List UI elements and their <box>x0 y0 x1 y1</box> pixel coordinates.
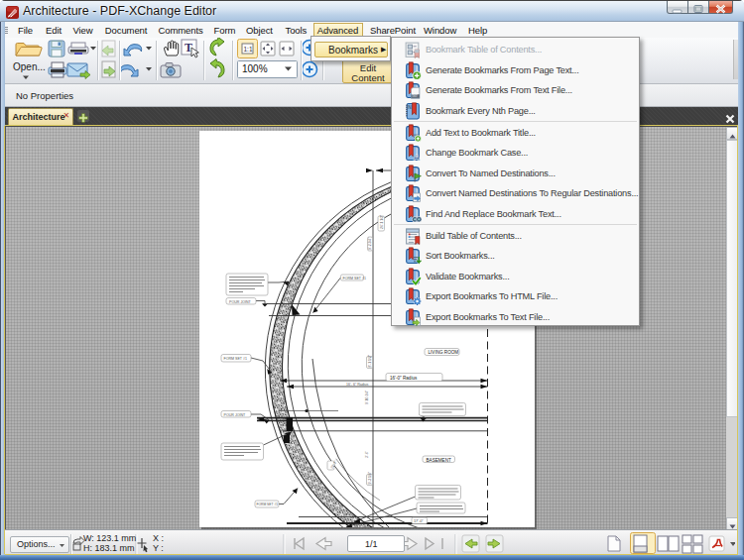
svg-text:POUR JOINT: POUR JOINT <box>224 413 247 417</box>
svg-text:9'-2 3/4": 9'-2 3/4" <box>368 237 372 250</box>
svg-text:16'-0" Radius: 16'-0" Radius <box>390 376 418 381</box>
svg-text:1:1: 1:1 <box>244 46 253 53</box>
svg-text:8'-1 1/2": 8'-1 1/2" <box>368 354 372 367</box>
svg-text:16'- 6" Radius: 16'- 6" Radius <box>346 383 369 387</box>
svg-text:Open...: Open... <box>13 61 46 72</box>
svg-text:TXT: TXT <box>412 94 418 98</box>
svg-text:A: A <box>414 152 421 162</box>
svg-text:3'-6": 3'-6" <box>365 450 369 458</box>
svg-text:FORM SET #1: FORM SET #1 <box>224 357 248 361</box>
svg-text:9'-3 1/4": 9'-3 1/4" <box>368 471 372 484</box>
svg-text:FORM SET #1: FORM SET #1 <box>257 503 279 506</box>
svg-text:POUR JOINT: POUR JOINT <box>229 300 252 304</box>
svg-text:LIVING ROOM: LIVING ROOM <box>429 350 459 355</box>
svg-text:9'-10 3/4": 9'-10 3/4" <box>365 390 369 404</box>
svg-text:17'-0": 17'-0" <box>414 519 424 523</box>
svg-text:26'-1 1/2": 26'-1 1/2" <box>380 214 384 229</box>
svg-text:100%: 100% <box>242 63 268 74</box>
svg-text:BASEMENT: BASEMENT <box>427 458 451 463</box>
svg-text:FORM SET #1: FORM SET #1 <box>343 277 367 280</box>
